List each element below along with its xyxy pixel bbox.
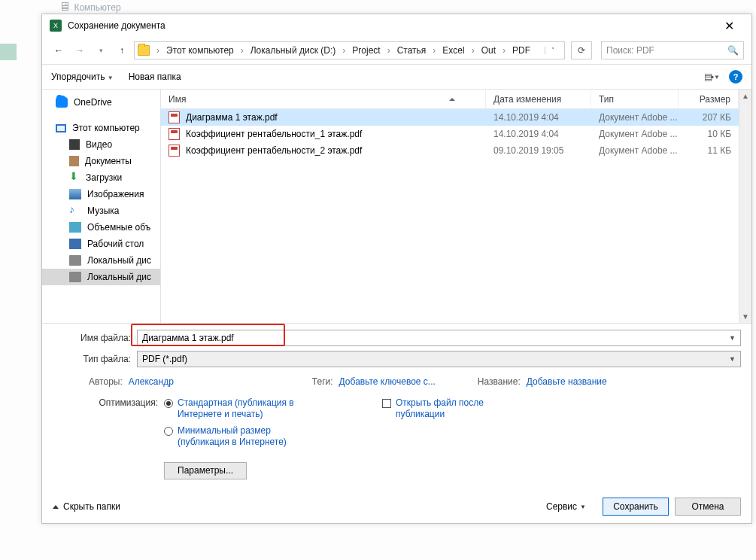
save-as-dialog: X Сохранение документа ✕ ← → ▾ ↑ › Этот … <box>41 14 752 524</box>
file-list-area: Имя Дата изменения Тип Размер Диаграмма … <box>161 90 739 323</box>
desktop-icon <box>69 239 81 249</box>
sidebar-item-videos[interactable]: Видео <box>42 136 160 153</box>
breadcrumb[interactable]: Out <box>481 45 496 56</box>
forward-button[interactable]: → <box>71 41 89 59</box>
breadcrumb[interactable]: Статья <box>397 45 427 56</box>
file-row[interactable]: Диаграмма 1 этаж.pdf 14.10.2019 4:04 Док… <box>161 109 739 126</box>
disk-icon <box>69 272 81 282</box>
sidebar-item-onedrive[interactable]: OneDrive <box>42 94 160 111</box>
sidebar-item-pictures[interactable]: Изображения <box>42 186 160 202</box>
sidebar-item-thispc[interactable]: Этот компьютер <box>42 120 160 136</box>
breadcrumb[interactable]: Project <box>352 45 380 56</box>
filetype-label: Тип файла: <box>53 354 137 364</box>
music-icon <box>69 205 81 216</box>
optimization-label: Оптимизация: <box>89 397 164 479</box>
search-icon: 🔍 <box>727 45 739 56</box>
breadcrumb[interactable]: Локальный диск (D:) <box>250 45 336 56</box>
address-dropdown[interactable]: ˅ <box>545 47 561 54</box>
new-folder-button[interactable]: Новая папка <box>129 72 181 82</box>
sidebar-item-documents[interactable]: Документы <box>42 153 160 169</box>
background-text: 🖥 Компьютер <box>59 0 121 14</box>
parameters-button[interactable]: Параметры... <box>164 462 247 479</box>
title-label: Название: <box>478 376 521 387</box>
folder-icon <box>138 45 150 56</box>
author-value[interactable]: Александр <box>129 376 174 387</box>
sidebar-item-music[interactable]: Музыка <box>42 202 160 219</box>
tags-placeholder[interactable]: Добавьте ключевое с... <box>339 376 436 387</box>
dialog-title: Сохранение документа <box>68 20 714 31</box>
organize-menu[interactable]: Упорядочить ▼ <box>51 72 114 82</box>
video-icon <box>69 139 80 150</box>
title-placeholder[interactable]: Добавьте название <box>527 376 607 387</box>
sidebar-item-3dobjects[interactable]: Объемные объ <box>42 219 160 236</box>
chevron-down-icon[interactable]: ▼ <box>729 355 736 363</box>
hide-folders-toggle[interactable]: Скрыть папки <box>53 501 120 512</box>
authors-label: Авторы: <box>89 376 123 387</box>
pdf-icon <box>169 128 180 140</box>
pdf-icon <box>169 145 180 157</box>
sort-indicator-icon <box>449 98 455 101</box>
excel-icon: X <box>50 20 62 32</box>
radio-icon <box>164 399 173 408</box>
scroll-up-icon[interactable]: ▲ <box>742 90 749 102</box>
organize-toolbar: Упорядочить ▼ Новая папка ▤▪ ▼ ? <box>42 64 751 90</box>
search-placeholder: Поиск: PDF <box>606 45 654 56</box>
titlebar: X Сохранение документа ✕ <box>42 14 751 37</box>
back-button[interactable]: ← <box>50 41 68 59</box>
checkbox-icon <box>382 399 391 408</box>
breadcrumb[interactable]: Excel <box>442 45 464 56</box>
column-type[interactable]: Тип <box>591 90 679 108</box>
column-name[interactable]: Имя <box>161 90 486 108</box>
sidebar-item-desktop[interactable]: Рабочий стол <box>42 236 160 252</box>
documents-icon <box>69 156 79 166</box>
save-options-panel: Имя файла: Диаграмма 1 этаж.pdf ▼ Тип фа… <box>42 323 751 490</box>
tools-menu[interactable]: Сервис▼ <box>546 501 586 512</box>
caret-up-icon <box>53 505 59 509</box>
up-button[interactable]: ↑ <box>113 41 131 59</box>
dialog-footer: Скрыть папки Сервис▼ Сохранить Отмена <box>42 490 751 523</box>
search-input[interactable]: Поиск: PDF 🔍 <box>601 41 744 59</box>
vertical-scrollbar[interactable]: ▲ ▼ <box>739 90 751 323</box>
pdf-icon <box>169 111 180 123</box>
folder-tree: OneDrive Этот компьютер Видео Документы … <box>42 90 161 323</box>
cancel-button[interactable]: Отмена <box>675 498 741 516</box>
breadcrumb[interactable]: Этот компьютер <box>166 45 234 56</box>
filename-input[interactable]: Диаграмма 1 этаж.pdf ▼ <box>137 330 741 346</box>
column-date[interactable]: Дата изменения <box>486 90 591 108</box>
sidebar-item-localdisk-d[interactable]: Локальный дис <box>42 269 160 285</box>
file-row[interactable]: Коэффициент рентабельности_1 этаж.pdf 14… <box>161 126 739 142</box>
disk-icon <box>69 255 81 266</box>
view-mode-button[interactable]: ▤▪ ▼ <box>704 72 720 82</box>
filename-label: Имя файла: <box>53 333 137 343</box>
column-size[interactable]: Размер <box>679 90 739 108</box>
tags-label: Теги: <box>312 376 333 387</box>
refresh-button[interactable]: ⟳ <box>571 41 592 59</box>
breadcrumb[interactable]: PDF <box>512 45 530 56</box>
close-button[interactable]: ✕ <box>714 19 744 33</box>
onedrive-icon <box>56 97 68 108</box>
nav-toolbar: ← → ▾ ↑ › Этот компьютер › Локальный дис… <box>42 37 751 64</box>
filetype-dropdown[interactable]: PDF (*.pdf) ▼ <box>137 351 741 367</box>
column-headers: Имя Дата изменения Тип Размер <box>161 90 739 109</box>
file-row[interactable]: Коэффициент рентабельности_2 этаж.pdf 09… <box>161 142 739 159</box>
radio-icon <box>164 427 173 436</box>
radio-standard[interactable]: Стандартная (публикация в Интернете и пе… <box>164 397 298 421</box>
recent-dropdown[interactable]: ▾ <box>92 41 110 59</box>
radio-minimal[interactable]: Минимальный размер (публикация в Интерне… <box>164 425 298 449</box>
objects-icon <box>69 222 81 233</box>
pictures-icon <box>69 189 81 199</box>
chevron-down-icon[interactable]: ▼ <box>729 334 736 342</box>
sidebar-item-localdisk-c[interactable]: Локальный дис <box>42 252 160 269</box>
pc-icon <box>56 124 66 132</box>
help-icon[interactable]: ? <box>729 70 742 84</box>
sidebar-item-downloads[interactable]: Загрузки <box>42 169 160 186</box>
background-accent <box>0 44 17 60</box>
scroll-down-icon[interactable]: ▼ <box>742 310 749 323</box>
address-bar[interactable]: › Этот компьютер › Локальный диск (D:) ›… <box>134 41 565 59</box>
checkbox-open-after[interactable]: Открыть файл после публикации <box>382 397 516 421</box>
save-button[interactable]: Сохранить <box>603 498 669 516</box>
downloads-icon <box>69 172 80 183</box>
